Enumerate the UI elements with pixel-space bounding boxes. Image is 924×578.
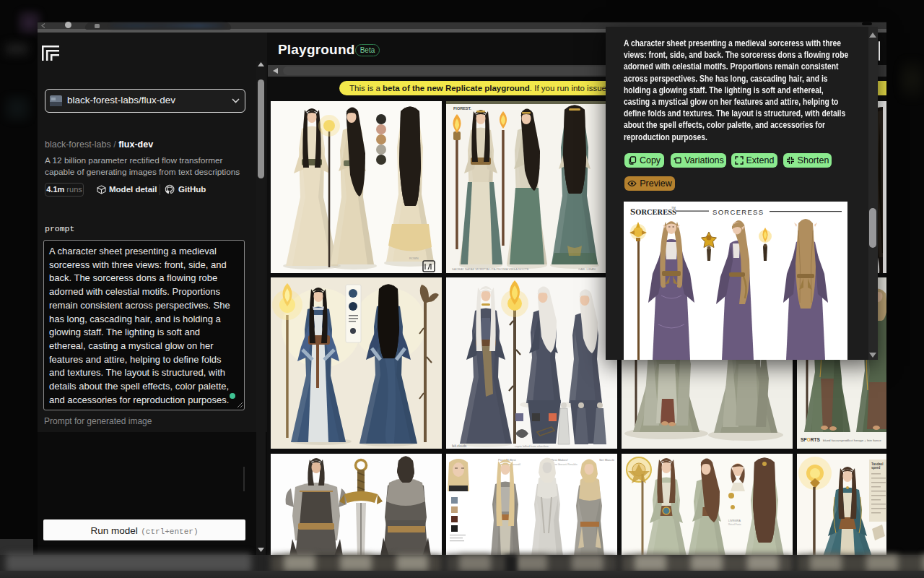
svg-text:FIOREST.: FIOREST. <box>453 106 471 111</box>
svg-text:SPORTS: SPORTS <box>801 437 820 442</box>
svg-text:capta loffed from silverfem: capta loffed from silverfem <box>515 444 549 448</box>
svg-text:blued fascarsprodilcct herage: blued fascarsprodilcct herage + fein fia… <box>823 439 881 442</box>
svg-text:ROWN: ROWN <box>409 256 419 260</box>
svg-text:felt.clouds: felt.clouds <box>452 444 467 448</box>
svg-text:Reical Fasia: Reical Fasia <box>728 523 741 526</box>
svg-text:SORCERESS: SORCERESS <box>712 208 764 216</box>
svg-text:TM: TM <box>671 206 676 210</box>
svg-text:Set Mascle: Set Mascle <box>599 458 615 462</box>
svg-text:LIVRGIRA: LIVRGIRA <box>728 519 741 522</box>
svg-text:SORCERESS: SORCERESS <box>630 206 676 217</box>
svg-text:sperd: sperd <box>871 466 881 470</box>
svg-text:GAB- LIRAN: GAB- LIRAN <box>578 267 596 271</box>
svg-text:Rest Makes!: Rest Makes! <box>551 458 568 462</box>
svg-text:SACRAY NATAE MCRIPTA LITA P: SACRAY NATAE MCRIPTA LITA PECIMA VIREA N… <box>452 267 529 271</box>
